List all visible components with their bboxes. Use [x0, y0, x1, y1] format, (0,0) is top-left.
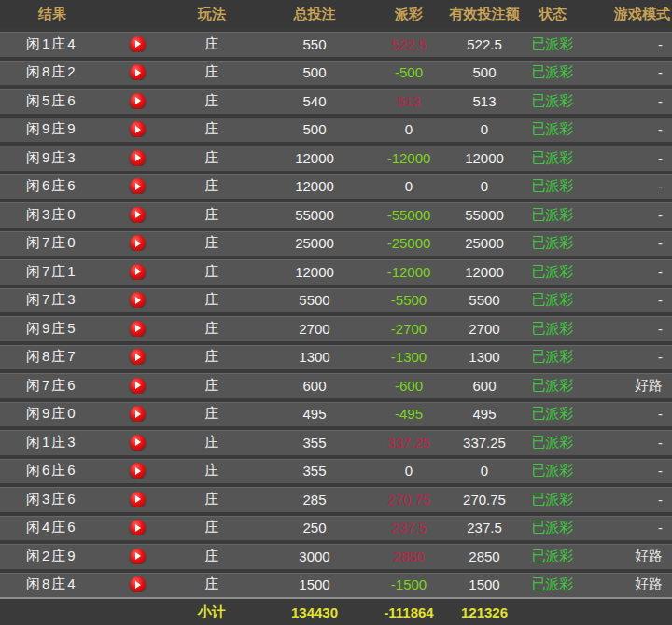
play-icon[interactable] — [130, 576, 146, 592]
payout-cell: -25000 — [375, 235, 442, 251]
payout-cell: 2850 — [375, 549, 442, 564]
payout-cell: -600 — [375, 378, 442, 394]
status-cell: 已派彩 — [526, 462, 579, 479]
result-cell: 闲9庄0 — [0, 405, 105, 423]
valid-bet-cell: 513 — [442, 93, 526, 109]
result-cell: 闲3庄0 — [0, 206, 105, 224]
play-icon[interactable] — [130, 406, 146, 422]
payout-cell: -2700 — [375, 321, 442, 337]
play-icon[interactable] — [130, 235, 146, 251]
column-header-result: 结果 — [0, 6, 105, 23]
replay-button[interactable] — [105, 150, 170, 166]
game-mode-cell: - — [579, 64, 672, 80]
play-type-cell: 庄 — [170, 120, 254, 138]
play-type-cell: 庄 — [170, 377, 254, 395]
table-row: 闲3庄6 庄 285 270.75 270.75 已派彩 - — [0, 483, 672, 512]
total-bet-cell: 3000 — [254, 549, 375, 564]
payout-cell: 513 — [375, 93, 442, 109]
total-bet-cell: 1500 — [254, 576, 375, 592]
valid-bet-cell: 495 — [442, 406, 526, 422]
payout-cell: -500 — [375, 64, 442, 80]
play-icon[interactable] — [130, 178, 146, 194]
play-icon[interactable] — [130, 435, 146, 451]
play-triangle — [135, 183, 141, 190]
play-icon[interactable] — [130, 93, 146, 109]
play-icon[interactable] — [130, 264, 146, 280]
result-cell: 闲6庄6 — [0, 177, 105, 195]
replay-button[interactable] — [105, 576, 170, 592]
table-row: 闲1庄4 庄 550 522.5 522.5 已派彩 - — [0, 28, 672, 57]
replay-button[interactable] — [105, 492, 170, 507]
replay-button[interactable] — [105, 207, 170, 223]
replay-button[interactable] — [105, 463, 170, 479]
status-cell: 已派彩 — [526, 377, 579, 395]
game-mode-cell: - — [579, 520, 672, 535]
total-bet-cell: 600 — [254, 378, 375, 394]
replay-button[interactable] — [105, 93, 170, 109]
total-bet-cell: 355 — [254, 435, 375, 451]
play-icon[interactable] — [130, 150, 146, 166]
column-header-play: 玩法 — [170, 6, 254, 23]
replay-button[interactable] — [105, 36, 170, 52]
payout-cell: -5500 — [375, 292, 442, 308]
valid-bet-cell: 25000 — [442, 235, 526, 251]
play-icon[interactable] — [130, 207, 146, 223]
replay-button[interactable] — [105, 349, 170, 365]
valid-bet-cell: 337.25 — [442, 435, 526, 451]
payout-cell: -55000 — [375, 207, 442, 223]
table-row: 闲9庄9 庄 500 0 0 已派彩 - — [0, 114, 672, 143]
play-triangle — [135, 438, 141, 446]
valid-bet-cell: 0 — [442, 178, 526, 194]
column-header-payout: 派彩 — [375, 6, 442, 23]
play-icon[interactable] — [130, 520, 146, 535]
play-type-cell: 庄 — [170, 348, 254, 366]
total-bet-cell: 500 — [254, 64, 375, 80]
play-triangle — [135, 297, 141, 304]
replay-button[interactable] — [105, 264, 170, 280]
play-icon[interactable] — [130, 292, 146, 308]
play-icon[interactable] — [130, 321, 146, 337]
valid-bet-cell: 5500 — [442, 292, 526, 308]
play-icon[interactable] — [130, 64, 146, 80]
replay-button[interactable] — [105, 64, 170, 80]
replay-button[interactable] — [105, 235, 170, 251]
replay-button[interactable] — [105, 406, 170, 422]
play-icon[interactable] — [130, 492, 146, 507]
valid-bet-cell: 0 — [442, 121, 526, 137]
play-type-cell: 庄 — [170, 462, 254, 479]
status-cell: 已派彩 — [526, 120, 579, 138]
table-row: 闲7庄3 庄 5500 -5500 5500 已派彩 - — [0, 285, 672, 313]
play-icon[interactable] — [130, 549, 146, 564]
table-row: 闲7庄6 庄 600 -600 600 已派彩 好路 — [0, 369, 672, 398]
table-row: 闲9庄3 庄 12000 -12000 12000 已派彩 - — [0, 142, 672, 171]
replay-button[interactable] — [105, 378, 170, 394]
replay-button[interactable] — [105, 121, 170, 137]
result-cell: 闲8庄2 — [0, 63, 105, 81]
payout-cell: 0 — [375, 178, 442, 194]
status-cell: 已派彩 — [526, 177, 579, 195]
result-cell: 闲4庄6 — [0, 519, 105, 536]
replay-button[interactable] — [105, 549, 170, 564]
play-type-cell: 庄 — [170, 519, 254, 536]
play-icon[interactable] — [130, 378, 146, 394]
result-cell: 闲1庄3 — [0, 434, 105, 451]
valid-bet-cell: 500 — [442, 64, 526, 80]
status-cell: 已派彩 — [526, 206, 579, 224]
replay-button[interactable] — [105, 321, 170, 337]
table-row: 闲1庄3 庄 355 337.25 337.25 已派彩 - — [0, 426, 672, 455]
replay-button[interactable] — [105, 178, 170, 194]
table-row: 闲5庄6 庄 540 513 513 已派彩 - — [0, 85, 672, 114]
game-mode-cell: 好路 — [579, 548, 672, 565]
table-row: 闲4庄6 庄 250 237.5 237.5 已派彩 - — [0, 512, 672, 541]
replay-button[interactable] — [105, 292, 170, 308]
play-icon[interactable] — [130, 121, 146, 137]
replay-button[interactable] — [105, 520, 170, 535]
payout-cell: -1300 — [375, 349, 442, 365]
play-icon[interactable] — [130, 349, 146, 365]
play-icon[interactable] — [130, 463, 146, 479]
status-cell: 已派彩 — [526, 405, 579, 423]
play-icon[interactable] — [130, 36, 146, 52]
replay-button[interactable] — [105, 435, 170, 451]
game-mode-cell: - — [579, 178, 672, 194]
status-cell: 已派彩 — [526, 348, 579, 366]
